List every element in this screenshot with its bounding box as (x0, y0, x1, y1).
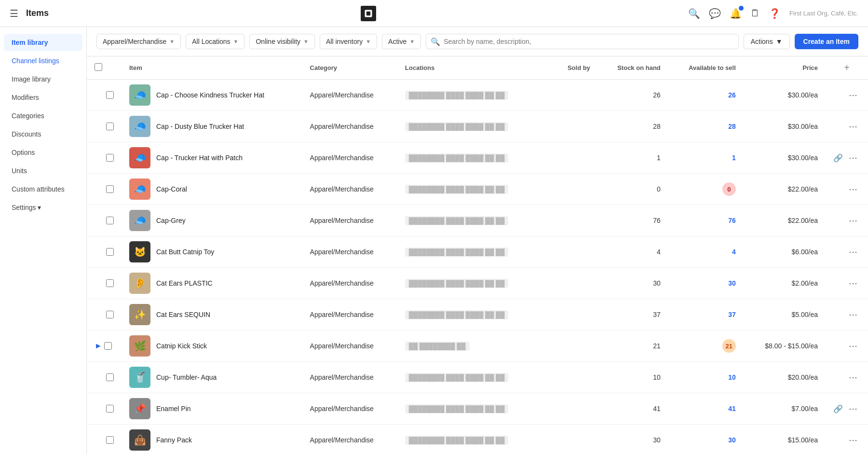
sidebar-item-channel-listings[interactable]: Channel listings (4, 52, 82, 69)
item-name[interactable]: Enamel Pin (156, 405, 191, 413)
row-category-cell: Apparel/Merchandise (302, 111, 397, 142)
sidebar-item-item-library[interactable]: Item library (4, 34, 82, 51)
row-more-button[interactable]: ⋯ (846, 402, 860, 415)
row-checkbox[interactable] (106, 123, 114, 130)
row-item-cell: 👜 Fanny Pack (122, 425, 302, 454)
row-price-cell: $22.00/ea (744, 174, 826, 205)
item-name[interactable]: Catnip Kick Stick (156, 342, 207, 350)
row-checkbox[interactable] (106, 279, 114, 287)
stock-value: 37 (653, 311, 661, 318)
row-more-button[interactable]: ⋯ (846, 308, 860, 321)
row-checkbox[interactable] (106, 373, 114, 381)
row-check-cell (87, 142, 122, 174)
select-all-checkbox[interactable] (95, 63, 102, 71)
table-row: ► 🌿 Catnip Kick Stick Apparel/Merchandis… (87, 330, 868, 362)
stock-value: 26 (653, 91, 661, 99)
row-more-button[interactable]: ⋯ (846, 120, 860, 133)
sidebar-item-units[interactable]: Units (4, 162, 82, 179)
user-avatar[interactable]: First Last Org, Café, Etc. (789, 10, 858, 17)
row-sold-cell (540, 299, 598, 330)
row-checkbox[interactable] (106, 405, 114, 413)
row-category-cell: Apparel/Merchandise (302, 330, 397, 362)
hamburger-icon[interactable]: ☰ (10, 8, 18, 19)
link-icon[interactable]: 🔗 (833, 404, 843, 413)
item-name[interactable]: Cup- Tumbler- Aqua (156, 373, 217, 381)
row-checkbox[interactable] (106, 217, 114, 224)
row-checkbox[interactable] (106, 311, 114, 318)
row-category-cell: Apparel/Merchandise (302, 425, 397, 454)
sidebar-item-image-library[interactable]: Image library (4, 70, 82, 88)
visibility-filter[interactable]: Online visibility ▼ (249, 34, 314, 49)
table-row: 🧢 Cap-Coral Apparel/Merchandise ████████… (87, 174, 868, 205)
row-more-button[interactable]: ⋯ (846, 89, 860, 101)
bell-icon[interactable]: 🔔 (730, 8, 742, 19)
inventory-filter[interactable]: All inventory ▼ (320, 34, 377, 49)
sidebar-item-categories[interactable]: Categories (4, 107, 82, 124)
row-checkbox[interactable] (106, 91, 114, 99)
row-check-cell (87, 299, 122, 330)
row-more-button[interactable]: ⋯ (846, 434, 860, 446)
row-checkbox[interactable] (106, 185, 114, 193)
actions-chevron: ▼ (776, 38, 783, 45)
item-name[interactable]: Cap - Trucker Hat with Patch (156, 154, 243, 162)
sidebar-item-custom-attributes[interactable]: Custom attributes (4, 180, 82, 198)
row-checkbox[interactable] (106, 248, 114, 256)
stock-value: 30 (653, 279, 661, 287)
row-checkbox[interactable] (106, 154, 114, 162)
search-nav-icon[interactable]: 🔍 (688, 8, 700, 19)
item-name[interactable]: Cat Ears PLASTIC (156, 279, 213, 287)
row-actions-cell: ⋯ (826, 111, 868, 142)
locations-filter-chevron: ▼ (233, 39, 239, 44)
sidebar-item-modifiers[interactable]: Modifiers (4, 89, 82, 106)
category-filter[interactable]: Apparel/Merchandise ▼ (96, 34, 181, 49)
price-value: $20.00/ea (788, 373, 818, 381)
item-name[interactable]: Cap-Coral (156, 185, 187, 193)
stock-value: 30 (653, 436, 661, 444)
row-stock-cell: 76 (598, 205, 668, 236)
actions-button[interactable]: Actions ▼ (744, 34, 790, 49)
locations-filter[interactable]: All Locations ▼ (186, 34, 244, 49)
sidebar-item-options[interactable]: Options (4, 144, 82, 161)
item-name[interactable]: Fanny Pack (156, 436, 192, 444)
item-name[interactable]: Cap-Grey (156, 217, 186, 224)
row-more-button[interactable]: ⋯ (846, 151, 860, 164)
row-sold-cell (540, 205, 598, 236)
row-price-cell: $15.00/ea (744, 425, 826, 454)
row-avail-cell: 0 (668, 174, 744, 205)
category-value: Apparel/Merchandise (310, 248, 374, 256)
row-more-button[interactable]: ⋯ (846, 214, 860, 227)
row-more-button[interactable]: ⋯ (846, 183, 860, 195)
item-name[interactable]: Cap - Dusty Blue Trucker Hat (156, 123, 244, 130)
sidebar-item-discounts[interactable]: Discounts (4, 125, 82, 143)
square-logo (361, 6, 376, 21)
table-row: 🥤 Cup- Tumbler- Aqua Apparel/Merchandise… (87, 362, 868, 393)
row-checkbox[interactable] (106, 436, 114, 444)
link-icon[interactable]: 🔗 (833, 153, 843, 163)
row-more-button[interactable]: ⋯ (846, 340, 860, 352)
receipt-icon[interactable]: 🗒 (750, 8, 760, 19)
row-stock-cell: 1 (598, 142, 668, 174)
expand-icon[interactable]: ► (95, 342, 102, 350)
item-name[interactable]: Cat Ears SEQUIN (156, 311, 210, 318)
price-value: $2.00/ea (792, 279, 818, 287)
table-body: 🧢 Cap - Choose Kindness Trucker Hat Appa… (87, 80, 868, 454)
add-column-button[interactable]: + (844, 62, 850, 73)
create-item-button[interactable]: Create an Item (795, 34, 858, 49)
sidebar-item-settings[interactable]: Settings ▾ (4, 199, 82, 216)
status-filter[interactable]: Active ▼ (382, 34, 421, 49)
header-plus: + (826, 56, 868, 80)
price-value: $6.00/ea (792, 248, 818, 256)
row-sold-cell (540, 236, 598, 268)
row-more-button[interactable]: ⋯ (846, 371, 860, 384)
row-avail-cell: 30 (668, 425, 744, 454)
row-more-button[interactable]: ⋯ (846, 246, 860, 258)
chat-icon[interactable]: 💬 (709, 8, 721, 19)
item-name[interactable]: Cap - Choose Kindness Trucker Hat (156, 91, 264, 99)
row-checkbox[interactable] (104, 342, 112, 350)
search-input[interactable] (426, 34, 739, 49)
row-more-button[interactable]: ⋯ (846, 277, 860, 289)
row-avail-cell: 21 (668, 330, 744, 362)
item-name[interactable]: Cat Butt Catnip Toy (156, 248, 214, 256)
available-value: 28 (728, 123, 736, 130)
help-icon[interactable]: ❓ (769, 8, 781, 19)
